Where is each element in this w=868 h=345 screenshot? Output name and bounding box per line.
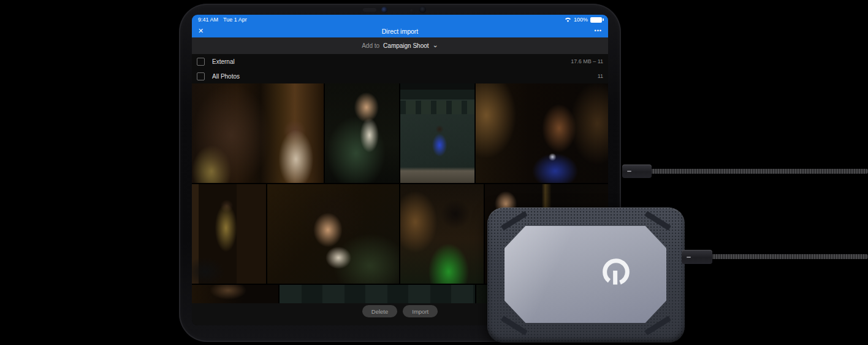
battery-percent: 100% <box>574 17 588 23</box>
add-to-album-selector[interactable]: Add to Campaign Shoot ⌄ <box>192 37 608 54</box>
plug-logo-mark <box>687 257 691 258</box>
drive-faceplate <box>504 226 666 323</box>
external-ssd-drive <box>487 207 685 343</box>
photo-thumbnail[interactable] <box>267 184 399 284</box>
usb-c-plug-tablet <box>622 165 652 178</box>
tablet-sensor-pill <box>363 8 376 12</box>
drive-chamfer-accent <box>501 211 528 231</box>
delete-button[interactable]: Delete <box>362 305 397 317</box>
add-to-label: Add to <box>362 42 379 49</box>
battery-icon <box>590 17 602 23</box>
photo-thumbnail[interactable] <box>325 83 399 183</box>
source-row-external[interactable]: External 17.6 MB – 11 <box>192 54 608 69</box>
status-date: Tue 1 Apr <box>223 17 247 23</box>
title-bar: ✕ Direct import ••• <box>192 25 608 37</box>
photo-thumbnail[interactable] <box>280 285 475 303</box>
drive-chamfer-accent <box>644 211 671 231</box>
source-meta: 11 <box>598 73 603 79</box>
source-label: External <box>212 58 235 65</box>
plug-logo-mark <box>627 171 631 172</box>
page-title: Direct import <box>192 28 608 35</box>
checkbox-all-photos[interactable] <box>197 72 205 80</box>
import-button[interactable]: Import <box>403 305 438 317</box>
source-meta: 17.6 MB – 11 <box>571 58 603 64</box>
photo-thumbnail[interactable] <box>192 83 324 183</box>
source-row-all-photos[interactable]: All Photos 11 <box>192 69 608 83</box>
status-bar: 9:41 AM Tue 1 Apr 100% <box>192 15 608 25</box>
tablet-camera-icon <box>381 7 387 13</box>
photo-thumbnail[interactable] <box>192 184 266 284</box>
checkbox-external[interactable] <box>197 58 205 66</box>
usb-c-plug-drive <box>682 250 712 264</box>
chevron-down-icon: ⌄ <box>433 43 438 47</box>
album-name: Campaign Shoot <box>383 42 429 49</box>
wifi-icon <box>565 17 571 23</box>
usb-cable-to-drive <box>711 254 868 259</box>
source-label: All Photos <box>212 73 240 80</box>
photo-thumbnail[interactable] <box>400 184 484 284</box>
status-time: 9:41 AM <box>198 17 218 23</box>
photo-thumbnail[interactable] <box>476 83 608 183</box>
photo-thumbnail[interactable] <box>192 285 278 303</box>
scene: 9:41 AM Tue 1 Apr 100% ✕ Direct import •… <box>0 0 868 345</box>
photo-thumbnail[interactable] <box>400 83 474 183</box>
tablet-camera2-icon <box>419 6 426 13</box>
tablet-mic-dot <box>410 9 413 12</box>
g-drive-logo-icon <box>600 255 633 289</box>
usb-cable-to-tablet <box>650 169 868 174</box>
